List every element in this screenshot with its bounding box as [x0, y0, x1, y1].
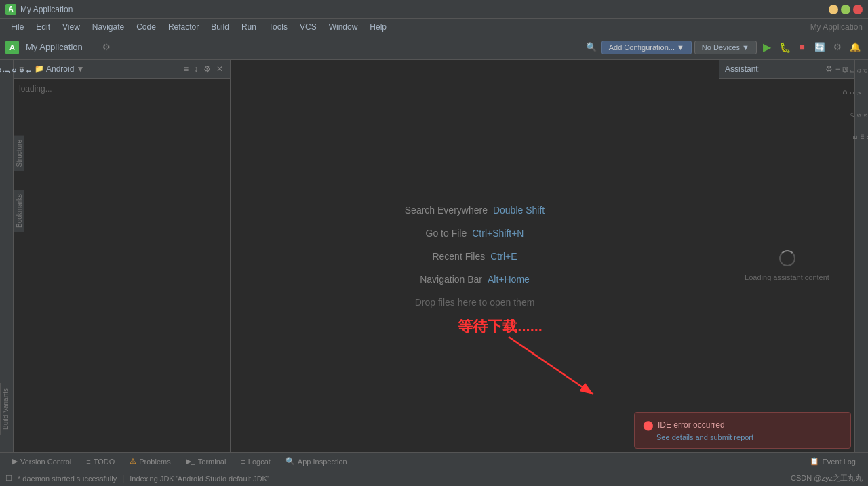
menu-file[interactable]: File [5, 21, 29, 33]
shortcut-recent: Recent Files Ctrl+E [432, 251, 517, 262]
android-label: Android [46, 64, 74, 74]
status-checkbox[interactable]: ☐ [5, 474, 12, 483]
dropdown-arrow-icon: ▼ [677, 43, 684, 52]
loading-spinner-icon [779, 250, 795, 266]
event-log-label: Event Log [822, 458, 856, 466]
app-inspection-label: App Inspection [298, 458, 347, 466]
main-layout: Project ≡ 📁 Android ▼ ≡ ↕ ⚙ ✕ loading... [0, 60, 868, 452]
app-inspection-icon: 🔍 [285, 457, 295, 466]
panel-close-icon[interactable]: ✕ [215, 63, 224, 75]
search-key: Double Shift [493, 205, 545, 216]
add-configuration-button[interactable]: Add Configuration... ▼ [601, 41, 692, 54]
tab-todo[interactable]: ≡ TODO [79, 456, 121, 467]
menu-bar: File Edit View Navigate Code Refactor Bu… [0, 19, 868, 35]
menu-edit[interactable]: Edit [31, 21, 56, 33]
panel-sort-icon[interactable]: ↕ [193, 63, 199, 75]
toolbar-run-debug-icon[interactable]: ⚙ [99, 40, 114, 55]
problems-icon: ⚠ [130, 457, 136, 466]
assistant-panel: Assistant: ⚙ − □ Loading assistant conte… [719, 60, 854, 452]
devices-button[interactable]: No Devices ▼ [694, 41, 757, 54]
assistant-panel-title: Assistant: [725, 64, 824, 74]
shortcut-goto: Go to File Ctrl+Shift+N [426, 228, 524, 239]
toolbar-app-name: My Application [26, 42, 83, 52]
android-dropdown-icon: ▼ [76, 64, 84, 74]
ide-error-popup: ⬤ IDE error occurred See details and sub… [634, 412, 851, 449]
toolbar-app-icon: A [5, 41, 19, 54]
menu-navigate[interactable]: Navigate [87, 21, 130, 33]
goto-label: Go to File [426, 228, 467, 239]
menu-window[interactable]: Window [323, 21, 363, 33]
title-bar: A My Application [0, 0, 868, 19]
problems-label: Problems [139, 458, 170, 466]
sidebar-item-assistant[interactable]: Asst [846, 107, 869, 122]
menu-build[interactable]: Build [205, 21, 235, 33]
debug-button[interactable]: 🐛 [777, 40, 792, 55]
sidebar-item-gradle[interactable]: Gradle [840, 62, 869, 78]
tab-app-inspection[interactable]: 🔍 App Inspection [279, 455, 354, 467]
version-control-icon: ▶ [12, 457, 18, 466]
logcat-icon: ≡ [241, 458, 245, 466]
add-config-label: Add Configuration... [609, 43, 675, 52]
recent-label: Recent Files [432, 251, 485, 262]
menu-view[interactable]: View [57, 21, 85, 33]
menu-app-title: My Application [810, 22, 863, 32]
sidebar-item-device-manager[interactable]: Device [840, 85, 869, 100]
sidebar-item-emulator[interactable]: Emu [850, 129, 869, 145]
goto-key: Ctrl+Shift+N [472, 228, 524, 239]
maximize-button[interactable] [841, 5, 850, 14]
tab-version-control[interactable]: ▶ Version Control [5, 455, 78, 467]
tab-logcat[interactable]: ≡ Logcat [234, 456, 277, 467]
panel-collapse-icon[interactable]: ≡ [182, 63, 190, 75]
drop-files-text: Drop files here to open them [415, 297, 535, 308]
title-app-name: My Application [20, 5, 73, 14]
error-link[interactable]: See details and submit report [656, 433, 842, 441]
bookmarks-tab[interactable]: Bookmarks [14, 190, 24, 232]
status-indexing-text: Indexing JDK 'Android Studio default JDK… [130, 474, 269, 483]
terminal-icon: ▶_ [186, 457, 195, 466]
error-circle-icon: ⬤ [643, 420, 654, 430]
status-daemon-text: * daemon started successfully [18, 474, 117, 483]
toolbar-search-icon[interactable]: 🔍 [584, 40, 599, 55]
menu-code[interactable]: Code [131, 21, 161, 33]
navbar-key: Alt+Home [488, 274, 530, 285]
build-variants-tab[interactable]: Build Variants [0, 383, 11, 435]
structure-tab[interactable]: Structure [14, 136, 24, 171]
menu-vcs[interactable]: VCS [294, 21, 322, 33]
version-control-label: Version Control [20, 458, 71, 466]
close-button[interactable] [853, 5, 863, 14]
toolbar: A My Application ⚙ 🔍 Add Configuration..… [0, 35, 868, 60]
app-icon: A [5, 4, 16, 15]
status-separator: | [122, 474, 124, 483]
tab-terminal[interactable]: ▶_ Terminal [179, 455, 233, 467]
assistant-loading-text: Loading assistant content [745, 273, 829, 281]
android-selector[interactable]: 📁 Android ▼ [31, 63, 88, 75]
project-content: loading... [14, 79, 230, 452]
logcat-label: Logcat [248, 458, 271, 466]
tab-problems[interactable]: ⚠ Problems [123, 455, 177, 467]
run-button[interactable]: ▶ [760, 40, 774, 55]
menu-tools[interactable]: Tools [263, 21, 293, 33]
todo-icon: ≡ [86, 458, 90, 466]
search-label: Search Everywhere [405, 205, 488, 216]
stop-button[interactable]: ■ [795, 40, 810, 55]
terminal-label: Terminal [198, 458, 226, 466]
menu-run[interactable]: Run [236, 21, 262, 33]
tab-event-log[interactable]: 📋 Event Log [803, 455, 863, 467]
recent-key: Ctrl+E [490, 251, 517, 262]
sync-button[interactable]: 🔄 [812, 40, 827, 55]
project-header: ≡ 📁 Android ▼ ≡ ↕ ⚙ ✕ [14, 60, 230, 79]
todo-label: TODO [94, 458, 115, 466]
assistant-settings-icon[interactable]: ⚙ [824, 63, 834, 75]
event-log-icon: 📋 [810, 457, 819, 466]
menu-help[interactable]: Help [364, 21, 392, 33]
notifications-icon[interactable]: 🔔 [848, 40, 863, 55]
minimize-button[interactable] [829, 5, 838, 14]
panel-settings-icon[interactable]: ⚙ [202, 63, 212, 75]
navbar-label: Navigation Bar [420, 274, 482, 285]
settings-icon[interactable]: ⚙ [830, 40, 845, 55]
status-bar: ☐ * daemon started successfully | Indexi… [0, 470, 868, 486]
sidebar-item-project[interactable]: Project [0, 62, 35, 78]
window-controls [829, 5, 863, 14]
bottom-tabs: ▶ Version Control ≡ TODO ⚠ Problems ▶_ T… [0, 452, 868, 470]
menu-refactor[interactable]: Refactor [163, 21, 204, 33]
